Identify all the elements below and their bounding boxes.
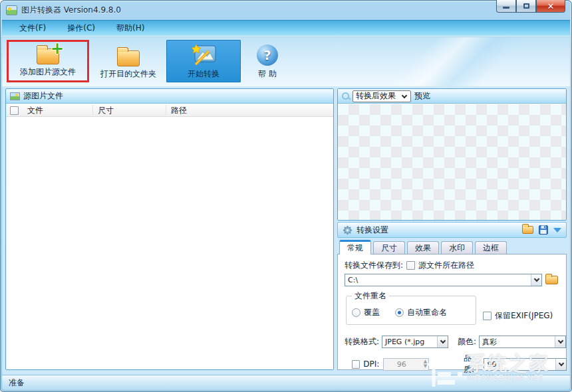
- tab-border[interactable]: 边框: [475, 241, 507, 254]
- help-icon: ?: [257, 45, 278, 66]
- overwrite-radio[interactable]: [352, 308, 360, 317]
- folder-add-icon: +: [37, 49, 59, 64]
- quality-label: 品质:: [464, 353, 481, 375]
- menu-file[interactable]: 文件(F): [11, 21, 54, 36]
- toolbar: + 添加图片源文件 打开目的文件夹 开始转换 ? 帮 助: [2, 37, 570, 86]
- preview-panel-header: 转换后效果 预览: [338, 89, 566, 104]
- save-settings-icon[interactable]: [539, 225, 548, 235]
- load-settings-icon[interactable]: [522, 226, 533, 234]
- source-files-panel: 源图片文件 文件 尺寸 路径: [5, 88, 334, 370]
- keep-exif-checkbox[interactable]: [483, 312, 492, 320]
- color-combobox[interactable]: 真彩: [479, 336, 566, 348]
- close-button[interactable]: ✕: [536, 0, 565, 13]
- tab-general[interactable]: 常规: [339, 240, 371, 254]
- dpi-checkbox[interactable]: [352, 360, 360, 369]
- save-path-combobox[interactable]: C:\: [345, 274, 542, 286]
- window-title: 图片转换器 Version4.9.8.0: [21, 5, 121, 16]
- open-destination-folder-button[interactable]: 打开目的文件夹: [94, 40, 162, 82]
- app-icon: [6, 5, 17, 15]
- minimize-button[interactable]: [496, 0, 516, 13]
- status-text: 准备: [9, 377, 25, 389]
- column-file[interactable]: 文件: [27, 105, 43, 116]
- rename-group-label: 文件重名: [352, 290, 389, 302]
- keep-exif-label[interactable]: 保留EXIF(JPEG): [495, 310, 553, 322]
- format-label: 转换格式:: [345, 336, 379, 347]
- save-to-label: 转换文件保存到:: [345, 260, 403, 271]
- convert-settings-panel: 转换设置 常规 尺寸 效果 水印 边框 转换文件保存到:: [337, 222, 567, 370]
- chevron-down-icon: [402, 92, 407, 98]
- preview-panel: 转换后效果 预览: [337, 88, 567, 221]
- source-path-checkbox[interactable]: [406, 261, 415, 270]
- menu-operate[interactable]: 操作(C): [59, 21, 103, 36]
- image-icon: [10, 92, 20, 100]
- menu-help[interactable]: 帮助(H): [108, 21, 152, 36]
- maximize-icon: [523, 3, 529, 9]
- browse-folder-button[interactable]: [545, 276, 558, 284]
- tab-watermark[interactable]: 水印: [441, 241, 473, 254]
- rename-groupbox: 文件重名 覆盖 自动重命名: [346, 296, 476, 325]
- title-bar: 图片转换器 Version4.9.8.0 ✕: [0, 0, 572, 20]
- source-panel-title: 源图片文件: [23, 90, 63, 102]
- magnifier-icon: [342, 92, 349, 100]
- format-combobox[interactable]: JPEG (*.jpg: [382, 336, 448, 348]
- dpi-spinner[interactable]: 96 ▲▼: [383, 358, 429, 371]
- maximize-button[interactable]: [516, 0, 536, 13]
- source-path-label[interactable]: 源文件所在路径: [418, 260, 474, 271]
- settings-dropdown-icon[interactable]: [553, 228, 561, 233]
- tab-size[interactable]: 尺寸: [373, 241, 405, 254]
- close-icon: ✕: [547, 2, 555, 11]
- preview-mode-select[interactable]: 转换后效果: [353, 90, 411, 102]
- column-size[interactable]: 尺寸: [98, 105, 114, 116]
- file-list-empty-area[interactable]: [6, 117, 333, 369]
- preview-label: 预览: [414, 90, 430, 102]
- start-convert-button[interactable]: 开始转换: [166, 40, 241, 82]
- select-all-checkbox[interactable]: [10, 106, 19, 115]
- dpi-label: DPI:: [363, 359, 379, 369]
- spinner-arrows-icon[interactable]: ▲▼: [424, 359, 427, 369]
- app-window: 图片转换器 Version4.9.8.0 ✕ 文件(F) 操作(C) 帮助(H)…: [0, 0, 572, 392]
- auto-rename-radio[interactable]: [395, 308, 404, 317]
- toolbar-decoration: [349, 37, 551, 86]
- settings-header: 转换设置: [337, 222, 567, 238]
- help-button[interactable]: ? 帮 助: [247, 40, 288, 82]
- menu-bar: 文件(F) 操作(C) 帮助(H): [2, 20, 570, 37]
- chevron-down-icon: [533, 276, 539, 282]
- overwrite-label[interactable]: 覆盖: [364, 307, 380, 318]
- file-table-header: 文件 尺寸 路径: [6, 104, 333, 117]
- minimize-icon: [503, 7, 509, 9]
- settings-tabs: 常规 尺寸 效果 水印 边框: [337, 239, 567, 254]
- tab-effect[interactable]: 效果: [407, 241, 439, 254]
- source-panel-header: 源图片文件: [6, 89, 333, 104]
- quality-combobox[interactable]: 90: [484, 358, 567, 371]
- column-path[interactable]: 路径: [171, 105, 187, 116]
- add-source-files-button[interactable]: + 添加图片源文件: [7, 40, 89, 82]
- settings-title: 转换设置: [357, 225, 388, 236]
- general-tab-content: 转换文件保存到: 源文件所在路径 C:\ 文件重名 覆盖 自动重命名: [337, 254, 567, 370]
- folder-open-icon: [117, 50, 140, 66]
- color-label: 颜色:: [458, 336, 476, 347]
- gear-icon: [343, 225, 353, 235]
- convert-wand-icon: [190, 44, 217, 66]
- status-bar: 准备: [2, 375, 570, 390]
- preview-checkerboard: [338, 104, 566, 220]
- auto-rename-label[interactable]: 自动重命名: [407, 307, 447, 318]
